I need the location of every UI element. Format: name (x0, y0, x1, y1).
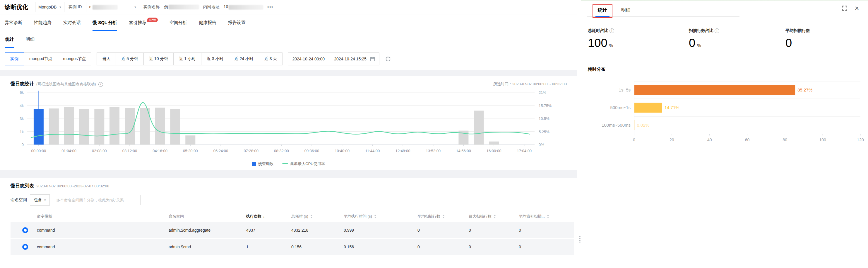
table-cell: 0 (570, 245, 574, 249)
nav-tab[interactable]: 慢 SQL 分析 (93, 15, 117, 31)
time-range-button[interactable]: 近 5 分钟 (116, 52, 144, 65)
svg-text:1s~5s: 1s~5s (619, 87, 630, 92)
section-gap (0, 70, 577, 76)
node-type-button[interactable]: mongod节点 (24, 52, 58, 65)
subtab-item[interactable]: 明细 (26, 31, 35, 48)
svg-text:0: 0 (22, 142, 24, 147)
nav-tab[interactable]: 空间分析 (169, 15, 187, 31)
svg-text:100ms~500ms: 100ms~500ms (601, 123, 630, 128)
column-header[interactable]: 总耗时 (s) (286, 214, 338, 219)
time-range-button[interactable]: 当天 (97, 52, 116, 65)
svg-text:07:28:00: 07:28:00 (244, 149, 258, 153)
chevron-down-icon: ▾ (134, 5, 136, 9)
column-header[interactable]: 执行次数↓ (241, 214, 286, 219)
stat-block: 总耗时占比i100% (588, 28, 689, 50)
subtab-active[interactable]: 统计 (5, 31, 14, 48)
column-header-label: 命名空间 (168, 214, 184, 219)
node-type-button[interactable]: mongos节点 (58, 52, 92, 65)
date-separator: ~ (328, 57, 331, 61)
table-row[interactable]: commandadmin.$cmd.aggregate43374332.2180… (10, 222, 574, 239)
svg-text:120: 120 (857, 137, 864, 142)
column-header[interactable]: 最大索引扫... (570, 214, 574, 219)
table-row[interactable]: commandadmin.$cmd10.1560.1560000 (10, 239, 574, 256)
drawer-tab[interactable]: 统计 (597, 3, 608, 17)
info-icon[interactable]: i (98, 82, 103, 87)
table-cell: admin.$cmd (163, 245, 241, 249)
table-cell: admin.$cmd.aggregate (163, 228, 241, 233)
svg-text:500ms~1s: 500ms~1s (610, 105, 630, 110)
slowlog-list-card: 慢日志列表 2023-07-07 00:00:00~2023-07-07 00:… (3, 178, 574, 268)
close-button[interactable]: ✕ (854, 5, 860, 12)
nav-tab[interactable]: 索引推荐New (129, 15, 158, 31)
row-radio[interactable] (22, 244, 28, 250)
redacted-instance-id (93, 5, 118, 10)
node-type-button[interactable]: 实例 (5, 52, 24, 65)
svg-text:85.27%: 85.27% (798, 87, 812, 92)
duration-distribution-chart[interactable]: 1s~5s85.27%500ms~1s14.71%100ms~500ms0.02… (584, 77, 865, 147)
page-header: 诊断优化 MongoDB ▾ 实例 ID c ▾ 实例名称 勿 内网地址 10 … (0, 0, 577, 15)
page-title: 诊断优化 (5, 3, 28, 11)
namespace-input[interactable] (53, 195, 141, 205)
slowlog-bar-line-chart[interactable]: 6k21%4k15.75%3k10.5%1k5.25%00%00:00:0001… (10, 87, 567, 160)
sort-icon[interactable] (374, 215, 376, 218)
refresh-icon (385, 56, 391, 62)
drawer-tab[interactable]: 明细 (621, 3, 631, 17)
time-range-button[interactable]: 近 3 天 (259, 52, 283, 65)
selected-time: 所选时间：2023-07-07 00:00:00 ~ 00:32:00 (493, 82, 567, 87)
stat-label-text: 扫描行数占比 (689, 28, 713, 33)
column-header-label: 总耗时 (s) (291, 214, 308, 219)
sort-icon[interactable] (547, 215, 549, 218)
svg-text:40: 40 (707, 137, 712, 142)
nav-tab-label: 异常诊断 (5, 20, 22, 26)
fullscreen-button[interactable] (841, 5, 848, 12)
more-icon[interactable]: ••• (267, 5, 273, 9)
node-type-button-group: 实例mongod节点mongos节点 (5, 52, 91, 65)
info-icon[interactable]: i (715, 28, 719, 33)
sort-icon[interactable] (442, 215, 445, 218)
table-cell: 0.156 (338, 245, 412, 249)
table-cell: 4332.218 (286, 228, 338, 233)
time-range-button[interactable]: 近 1 小时 (173, 52, 202, 65)
nav-tab[interactable]: 性能趋势 (34, 15, 52, 31)
svg-text:1k: 1k (20, 130, 24, 134)
legend-item-cpu[interactable]: 集群最大CPU使用率 (282, 161, 325, 166)
sort-icon[interactable] (494, 215, 496, 218)
table-cell: 0 (412, 228, 463, 233)
column-header[interactable]: 平均扫描行数 (412, 214, 463, 219)
panel-divider (577, 0, 581, 268)
stat-unit: % (697, 43, 701, 48)
refresh-button[interactable] (385, 55, 392, 62)
column-header-label: 平均执行时间 (s) (344, 214, 372, 219)
column-header[interactable]: 最大扫描行数 (463, 214, 514, 219)
section-gap (0, 170, 577, 178)
nav-tab[interactable]: 异常诊断 (5, 15, 22, 31)
svg-text:11:44:00: 11:44:00 (365, 149, 380, 153)
nav-tab[interactable]: 实时会话 (63, 15, 81, 31)
table-cell: 0.999 (338, 228, 412, 233)
svg-text:80: 80 (783, 137, 787, 142)
table-cell: command (32, 228, 163, 233)
column-header[interactable]: 平均执行时间 (s) (338, 214, 412, 219)
row-radio[interactable] (22, 227, 28, 233)
svg-text:14.71%: 14.71% (664, 105, 679, 110)
slowlog-list-time-range: 2023-07-07 00:00:00~2023-07-07 00:32:00 (36, 184, 109, 188)
time-range-button[interactable]: 近 24 小时 (229, 52, 259, 65)
main-panel: 诊断优化 MongoDB ▾ 实例 ID c ▾ 实例名称 勿 内网地址 10 … (0, 0, 577, 268)
stat-label: 扫描行数占比i (689, 28, 785, 33)
fullscreen-icon (842, 5, 847, 11)
svg-text:20: 20 (670, 137, 674, 142)
vip-label: 内网地址 (203, 4, 220, 10)
db-type-select[interactable]: MongoDB ▾ (35, 2, 64, 12)
legend-item-slow-queries[interactable]: 慢查询数 (252, 161, 273, 166)
date-range-picker[interactable]: 2024-10-24 00:00 ~ 2024-10-24 15:25 (288, 52, 379, 65)
svg-text:14:56:00: 14:56:00 (456, 149, 471, 153)
filter-operator-select[interactable]: 包含 ▾ (30, 194, 50, 206)
nav-tab[interactable]: 报告设置 (228, 15, 246, 31)
instance-id-select[interactable]: c ▾ (86, 2, 140, 12)
nav-tab[interactable]: 健康报告 (199, 15, 216, 31)
sort-icon[interactable] (310, 215, 313, 218)
column-header[interactable]: 平均索引扫描... (514, 214, 570, 219)
time-range-button[interactable]: 近 3 小时 (201, 52, 229, 65)
info-icon[interactable]: i (610, 28, 614, 33)
time-range-button[interactable]: 近 10 分钟 (144, 52, 174, 65)
